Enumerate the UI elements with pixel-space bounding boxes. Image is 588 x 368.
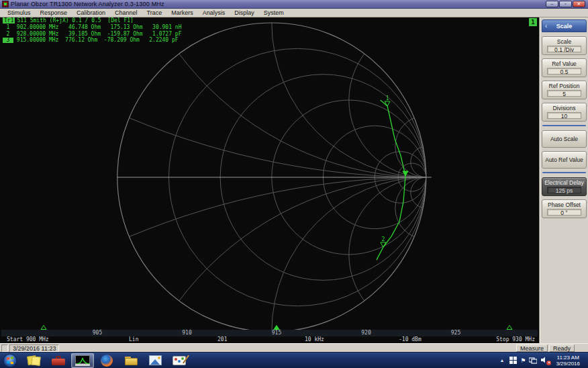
smith-chart: 12	[0, 17, 539, 343]
marker-readouts: 1 902.00000 MHz 46.748 Ohm 175.13 Ohm 30…	[3, 25, 181, 43]
taskbar-icon-paint[interactable]	[168, 353, 191, 368]
vna-app-art	[77, 358, 90, 364]
softkey-label: Phase Offset	[544, 201, 584, 208]
sticky-notes-art	[31, 356, 40, 365]
softkey-ref-position[interactable]: Ref Position5	[542, 81, 587, 99]
channel-badge: 1	[529, 18, 537, 26]
window-title: Planar Obzor TR1300 Network Analyzer 0.3…	[11, 1, 164, 7]
taskbar-icon-toolbox[interactable]	[47, 353, 70, 368]
marker-values: 902.00000 MHz 46.748 Ohm 175.13 Ohm 30.9…	[13, 24, 181, 30]
softkey-label: Divisions	[544, 105, 584, 111]
marker-number: 3	[3, 38, 13, 43]
taskbar-icon-windows-explorer[interactable]	[119, 353, 142, 368]
marker-readout-row: 2 928.00000 MHz 39.185 Ohm -159.87 Ohm 1…	[3, 32, 181, 37]
frequency-axis: 905910915920925	[1, 330, 538, 336]
axis-marker-915mhz[interactable]	[273, 325, 280, 330]
paint-art	[178, 360, 181, 363]
taskbar-icon-photo-viewer[interactable]	[144, 353, 166, 368]
softkey-ref-value[interactable]: Ref Value0.5	[542, 58, 587, 77]
marker-readout-row: 3 915.00000 MHz 776.12 Ohm -78.209 Ohm 2…	[3, 38, 181, 43]
sweep-type: Lin	[129, 336, 138, 343]
freq-tick-label: 905	[93, 330, 102, 336]
system-tray: ▲ ⚑ ✕ 11:23 AM 3/29/2016	[499, 353, 585, 368]
photo-viewer-art	[147, 355, 163, 367]
photo-viewer-art	[150, 359, 160, 365]
softkey-auto-ref-value[interactable]: Auto Ref Value	[542, 151, 587, 169]
toolbox-art	[52, 359, 65, 365]
marker-values: 928.00000 MHz 39.185 Ohm -159.87 Ohm 1.0…	[13, 31, 181, 37]
chart-marker-1[interactable]	[385, 101, 390, 106]
axis-marker-928mhz[interactable]	[506, 325, 513, 330]
menu-bar: StimulusResponseCalibrationChannelTraceM…	[0, 9, 588, 17]
menu-markers[interactable]: Markers	[166, 9, 198, 17]
clock-time: 11:23 AM	[556, 355, 580, 361]
chart-marker-label: 1	[386, 95, 389, 101]
taskbar-icon-vna-app[interactable]	[71, 353, 94, 368]
marker-number: 1	[3, 25, 13, 30]
softkey-label: Ref Position	[544, 83, 584, 89]
softkey-sidebar: ‹Scale Scale0.1 /DivRef Value0.5Ref Posi…	[540, 17, 588, 343]
sticky-notes-art	[26, 355, 42, 367]
taskbar-clock[interactable]: 11:23 AM 3/29/2016	[552, 355, 585, 367]
start-button[interactable]	[3, 353, 17, 368]
statusbar-grip	[1, 344, 8, 352]
softkey-electrical-delay[interactable]: Electrical Delay125 ps	[542, 177, 587, 196]
network-icon[interactable]	[529, 357, 537, 364]
close-button[interactable]: ✕	[573, 1, 585, 7]
softkey-label: Scale	[544, 38, 584, 45]
windows-explorer-art	[123, 355, 139, 367]
desktop: Planar Obzor TR1300 Network Analyzer 0.3…	[0, 0, 588, 368]
trace-badge[interactable]: Tr1	[3, 17, 15, 24]
toolbox-art	[50, 355, 66, 367]
softkey-phase-offset[interactable]: Phase Offset0 °	[542, 199, 587, 218]
marker-readout-row: 1 902.00000 MHz 46.748 Ohm 175.13 Ohm 30…	[3, 25, 181, 30]
flag-icon[interactable]: ⚑	[520, 353, 526, 368]
softkey-value: 0.1 /Div	[547, 46, 581, 52]
softkey-menu-title[interactable]: ‹Scale	[542, 19, 587, 32]
softkey-group-divider	[542, 172, 586, 173]
marker-number: 2	[3, 32, 13, 37]
trace-title: Tr1S11 Smith (R+jX) 0.1 / 0.5 [Del F1]	[3, 18, 181, 24]
softkey-auto-scale[interactable]: Auto Scale	[542, 130, 587, 148]
softkey-value: 10	[547, 112, 581, 119]
taskbar-icon-firefox[interactable]	[95, 353, 118, 368]
firefox-art	[101, 355, 113, 367]
show-hidden-icons-arrow[interactable]: ▲	[499, 358, 504, 363]
title-bar: Planar Obzor TR1300 Network Analyzer 0.3…	[0, 0, 588, 9]
back-chevron-icon: ‹	[545, 20, 547, 32]
menu-analysis[interactable]: Analysis	[198, 9, 230, 17]
menu-stimulus[interactable]: Stimulus	[3, 9, 36, 17]
volume-muted-icon[interactable]: ✕	[540, 355, 548, 367]
softkey-label: Auto Scale	[544, 136, 585, 142]
clock-date: 3/29/2016	[556, 361, 580, 367]
freq-tick-label: 925	[451, 330, 460, 336]
axis-marker-902mhz[interactable]	[40, 325, 47, 330]
stimulus-status-line: Start 900 MHz Lin 201 10 kHz -10 dBm Sto…	[1, 336, 538, 343]
app-icon	[2, 1, 9, 7]
freq-tick-label: 915	[272, 330, 281, 336]
chart-marker-label: 2	[381, 236, 385, 242]
smith-grid	[0, 17, 539, 343]
s11-trace	[377, 100, 405, 260]
mute-badge: ✕	[546, 361, 551, 365]
menu-system[interactable]: System	[259, 9, 289, 17]
taskbar-icon-sticky-notes[interactable]	[23, 353, 46, 368]
marker-values: 915.00000 MHz 776.12 Ohm -78.209 Ohm 2.2…	[13, 37, 179, 43]
menu-channel[interactable]: Channel	[110, 9, 142, 17]
freq-tick-label: 910	[182, 330, 191, 336]
action-center-icon[interactable]	[509, 357, 517, 364]
statusbar-datetime: 3/29/2016 11:23	[9, 344, 59, 352]
menu-display[interactable]: Display	[230, 9, 259, 17]
output-power: -10 dBm	[399, 336, 422, 343]
minimize-button[interactable]: –	[546, 1, 558, 7]
softkey-divisions[interactable]: Divisions10	[542, 103, 587, 122]
softkey-value: 0.5	[547, 68, 581, 75]
menu-response[interactable]: Response	[36, 9, 72, 17]
maximize-button[interactable]: ▫	[559, 1, 572, 7]
measure-status: Measure	[516, 344, 548, 352]
menu-calibration[interactable]: Calibration	[72, 9, 110, 17]
menu-trace[interactable]: Trace	[142, 9, 167, 17]
vna-app-art	[75, 364, 90, 366]
softkey-scale[interactable]: Scale0.1 /Div	[542, 36, 587, 55]
paint-art	[181, 357, 184, 360]
